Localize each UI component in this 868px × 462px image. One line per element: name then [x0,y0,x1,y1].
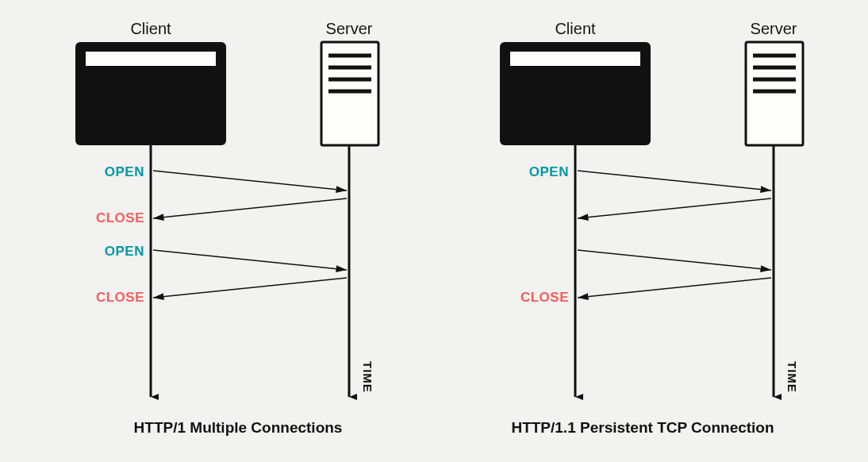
panel-http11: Client Server OPEN CLOSE TIME [452,20,833,441]
msg-req1 [578,171,771,191]
label-close: CLOSE [520,290,569,305]
msg-close1 [153,198,347,218]
svg-rect-8 [510,52,640,66]
client-icon [500,42,651,145]
diagram-http11: Client Server OPEN CLOSE TIME [452,20,833,409]
msg-open1 [153,171,347,191]
label-close2: CLOSE [96,290,144,305]
client-label: Client [130,20,171,37]
time-label: TIME [785,361,799,393]
server-icon [746,42,803,145]
server-label: Server [326,20,373,37]
label-open1: OPEN [105,164,144,179]
label-close1: CLOSE [96,210,144,225]
msg-req2 [578,250,771,270]
diagram-container: Client Server O [0,0,868,441]
client-icon [75,42,226,145]
msg-res2 [578,278,771,298]
label-open: OPEN [529,164,569,179]
msg-open2 [153,250,347,270]
client-label: Client [555,20,596,37]
server-label: Server [751,20,797,37]
label-open2: OPEN [105,244,144,259]
panel-http1: Client Server O [48,20,428,441]
msg-res1 [578,198,771,218]
diagram-http1: Client Server O [48,20,428,409]
time-label: TIME [361,361,374,393]
caption-http1: HTTP/1 Multiple Connections [48,419,428,437]
svg-rect-1 [86,52,216,66]
server-icon [321,42,378,145]
caption-http11: HTTP/1.1 Persistent TCP Connection [452,419,833,437]
msg-close2 [153,278,347,298]
